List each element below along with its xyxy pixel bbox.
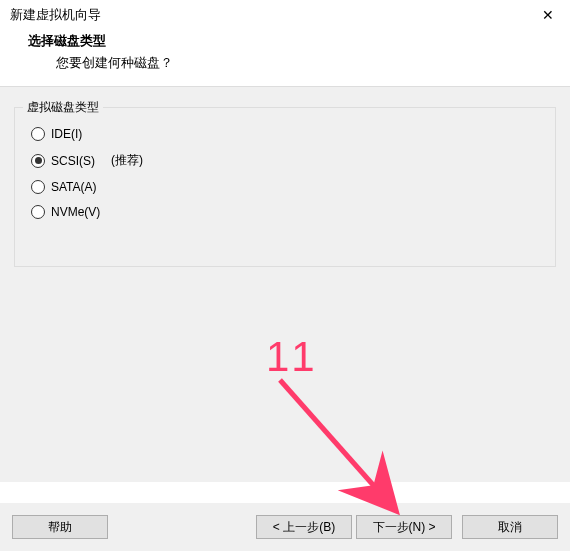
radio-label: SATA(A)	[51, 180, 97, 194]
wizard-header: 选择磁盘类型 您要创建何种磁盘？	[0, 28, 570, 86]
titlebar: 新建虚拟机向导 ✕	[0, 0, 570, 28]
radio-label: NVMe(V)	[51, 205, 100, 219]
radio-icon	[31, 205, 45, 219]
radio-option-ide[interactable]: IDE(I)	[31, 127, 541, 141]
wizard-footer: 帮助 < 上一步(B) 下一步(N) > 取消	[0, 503, 570, 551]
radio-icon	[31, 154, 45, 168]
radio-label: IDE(I)	[51, 127, 82, 141]
radio-option-nvme[interactable]: NVMe(V)	[31, 205, 541, 219]
radio-recommend: (推荐)	[111, 152, 143, 169]
page-subheading: 您要创建何种磁盘？	[28, 54, 570, 72]
radio-option-scsi[interactable]: SCSI(S) (推荐)	[31, 152, 541, 169]
page-heading: 选择磁盘类型	[28, 32, 570, 50]
window-title: 新建虚拟机向导	[10, 6, 101, 24]
help-button[interactable]: 帮助	[12, 515, 108, 539]
main-panel: 虚拟磁盘类型 IDE(I) SCSI(S) (推荐) SATA(A) NVMe(…	[0, 87, 570, 482]
disk-type-group: 虚拟磁盘类型 IDE(I) SCSI(S) (推荐) SATA(A) NVMe(…	[14, 107, 556, 267]
cancel-button[interactable]: 取消	[462, 515, 558, 539]
group-label: 虚拟磁盘类型	[23, 99, 103, 116]
radio-label: SCSI(S)	[51, 154, 95, 168]
next-button[interactable]: 下一步(N) >	[356, 515, 452, 539]
radio-option-sata[interactable]: SATA(A)	[31, 180, 541, 194]
radio-icon	[31, 180, 45, 194]
back-button[interactable]: < 上一步(B)	[256, 515, 352, 539]
radio-icon	[31, 127, 45, 141]
close-icon[interactable]: ✕	[538, 7, 558, 23]
